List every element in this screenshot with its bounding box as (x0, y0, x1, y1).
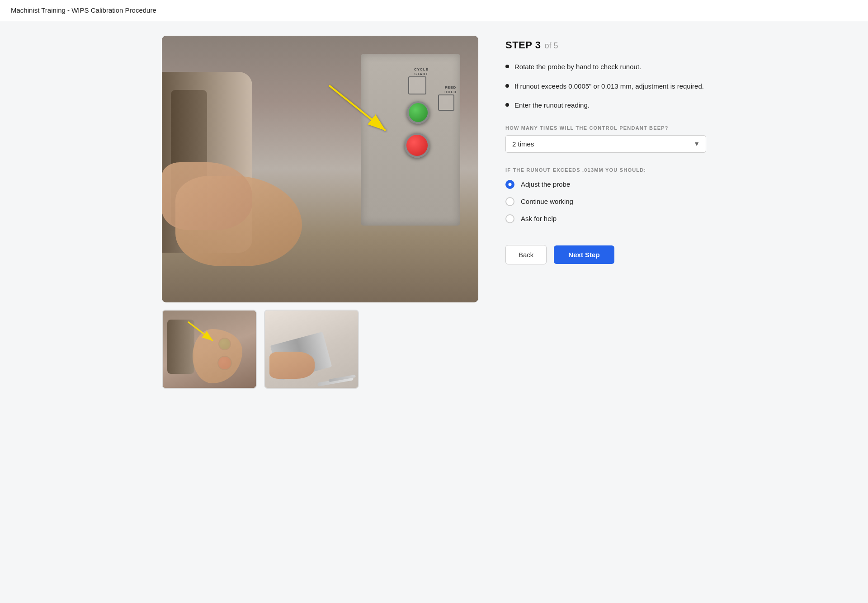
back-button[interactable]: Back (505, 245, 547, 264)
thumbnail-1[interactable] (162, 310, 257, 389)
app-title: Machinist Training - WIPS Calibration Pr… (11, 6, 156, 14)
thumb-arrow (184, 317, 220, 349)
instruction-3-text: Enter the runout reading. (514, 100, 590, 111)
radio-options: Adjust the probe Continue working Ask fo… (505, 180, 706, 223)
radio-label-adjust: Adjust the probe (521, 180, 570, 188)
radio-section: IF THE RUNOUT EXCEEDS .013MM YOU SHOULD:… (505, 167, 706, 223)
svg-line-3 (188, 322, 213, 341)
next-step-button[interactable]: Next Step (554, 245, 614, 264)
pendant-beep-dropdown[interactable]: 1 time 2 times 3 times 4 times (505, 135, 706, 153)
arrow-indicator (320, 76, 401, 149)
radio-option-continue[interactable]: Continue working (505, 197, 706, 206)
instruction-3: Enter the runout reading. (505, 100, 706, 111)
radio-circle-continue (505, 197, 514, 206)
main-image: CYCLESTART FEEDHOLD (162, 36, 478, 302)
thumbnail-2[interactable] (264, 310, 359, 389)
radio-circle-help (505, 214, 514, 223)
svg-line-1 (329, 85, 386, 131)
cnc-scene-image: CYCLESTART FEEDHOLD (162, 36, 478, 302)
main-content: CYCLESTART FEEDHOLD (140, 21, 728, 403)
instruction-2-text: If runout exceeds 0.0005" or 0.013 mm, a… (514, 81, 704, 92)
instruction-1: Rotate the probe by hand to check runout… (505, 62, 706, 72)
red-button-image (405, 133, 429, 158)
thumbnails-row (162, 310, 478, 389)
dropdown-question-label: HOW MANY TIMES WILL THE CONTROL PENDANT … (505, 125, 706, 131)
app-header: Machinist Training - WIPS Calibration Pr… (0, 0, 868, 21)
action-buttons: Back Next Step (505, 245, 706, 264)
radio-label-continue: Continue working (521, 198, 573, 205)
step-header: STEP 3 of 5 (505, 39, 706, 51)
instruction-1-text: Rotate the probe by hand to check runout… (514, 62, 641, 72)
right-panel: STEP 3 of 5 Rotate the probe by hand to … (505, 36, 706, 389)
bullet-3 (505, 103, 509, 107)
step-of: of 5 (544, 41, 558, 51)
radio-option-adjust[interactable]: Adjust the probe (505, 180, 706, 189)
left-panel: CYCLESTART FEEDHOLD (162, 36, 478, 389)
step-label: STEP 3 (505, 39, 541, 51)
dropdown-section: HOW MANY TIMES WILL THE CONTROL PENDANT … (505, 125, 706, 153)
radio-option-help[interactable]: Ask for help (505, 214, 706, 223)
instructions-list: Rotate the probe by hand to check runout… (505, 62, 706, 111)
bullet-2 (505, 84, 509, 88)
instruction-2: If runout exceeds 0.0005" or 0.013 mm, a… (505, 81, 706, 92)
green-button-image (407, 101, 429, 124)
dropdown-container: 1 time 2 times 3 times 4 times ▼ (505, 135, 706, 153)
radio-question-label: IF THE RUNOUT EXCEEDS .013MM YOU SHOULD: (505, 167, 706, 173)
radio-label-help: Ask for help (521, 215, 557, 222)
radio-circle-adjust (505, 180, 514, 189)
bullet-1 (505, 65, 509, 68)
